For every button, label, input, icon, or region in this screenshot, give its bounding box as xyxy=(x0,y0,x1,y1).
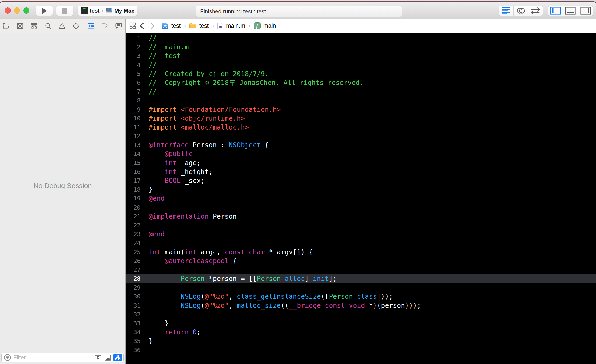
breadcrumb-item[interactable]: test xyxy=(171,22,181,29)
code-line[interactable]: 24 xyxy=(126,239,596,248)
code-line[interactable]: 2// main.m xyxy=(126,43,596,52)
line-number[interactable]: 2 xyxy=(126,43,141,52)
view-mode-hierarchy-button[interactable] xyxy=(113,354,122,361)
code-line[interactable]: 22 xyxy=(126,221,596,230)
code-line[interactable]: 11#import <malloc/malloc.h> xyxy=(126,123,596,132)
filter-input[interactable] xyxy=(13,354,94,361)
code-line[interactable]: 10#import <objc/runtime.h> xyxy=(126,114,596,123)
breadcrumb-item[interactable]: test xyxy=(199,22,209,29)
line-number[interactable]: 1 xyxy=(126,34,141,43)
navigator-tab-debug-active[interactable] xyxy=(87,23,94,29)
code-line[interactable]: 7// xyxy=(126,87,596,96)
go-forward-button[interactable] xyxy=(150,23,155,29)
code-line[interactable]: 4// xyxy=(126,61,596,69)
code-line[interactable]: 35} xyxy=(126,337,596,346)
navigator-tab-test[interactable] xyxy=(73,22,80,29)
line-number[interactable]: 6 xyxy=(126,78,141,87)
breadcrumb-item[interactable]: main.m xyxy=(226,22,245,29)
navigator-tab-report[interactable] xyxy=(115,23,122,29)
scheme-selector[interactable]: test › My Mac xyxy=(78,6,137,16)
toggle-debug-area-button[interactable] xyxy=(563,6,578,16)
line-number[interactable]: 13 xyxy=(126,141,141,149)
navigator-tab-project[interactable] xyxy=(3,23,10,29)
line-number[interactable]: 11 xyxy=(126,123,141,132)
line-number[interactable]: 20 xyxy=(126,203,141,212)
code-line[interactable]: 26 @autoreleasepool { xyxy=(126,257,596,266)
code-line[interactable]: 21@implementation Person xyxy=(126,212,596,221)
code-line[interactable]: 32 xyxy=(126,310,596,319)
code-line[interactable]: 13@interface Person : NSObject { xyxy=(126,141,596,149)
line-number[interactable]: 12 xyxy=(126,132,141,141)
version-editor-button[interactable] xyxy=(528,6,543,16)
stop-button[interactable] xyxy=(56,6,73,16)
code-line[interactable]: 17 BOOL _sex; xyxy=(126,176,596,185)
code-line[interactable]: 15 int _age; xyxy=(126,159,596,168)
toggle-utilities-button[interactable] xyxy=(578,6,593,16)
navigator-tab-find[interactable] xyxy=(45,23,51,29)
line-number[interactable]: 34 xyxy=(126,328,141,337)
related-items-icon[interactable] xyxy=(129,22,136,29)
line-number[interactable]: 5 xyxy=(126,69,141,78)
line-number[interactable]: 33 xyxy=(126,319,141,328)
minimize-window-button[interactable] xyxy=(14,7,20,14)
assistant-editor-button[interactable] xyxy=(513,6,528,16)
line-number[interactable]: 35 xyxy=(126,337,141,346)
breadcrumb-item[interactable]: main xyxy=(263,22,276,29)
navigator-tab-source-control[interactable] xyxy=(17,23,23,29)
navigator-tab-symbol[interactable] xyxy=(30,23,37,29)
line-number[interactable]: 4 xyxy=(126,61,141,69)
code-line[interactable]: 14 @public xyxy=(126,149,596,158)
code-line[interactable]: 29 xyxy=(126,283,596,292)
line-number[interactable]: 29 xyxy=(126,283,141,292)
line-number[interactable]: 14 xyxy=(126,149,141,158)
code-editor[interactable]: 1//2// main.m3// test4//5// Created by c… xyxy=(126,33,596,364)
code-line[interactable]: 9#import <Foundation/Foundation.h> xyxy=(126,105,596,114)
line-number[interactable]: 32 xyxy=(126,310,141,319)
code-line[interactable]: 33 } xyxy=(126,319,596,328)
line-number[interactable]: 24 xyxy=(126,239,141,248)
line-number[interactable]: 21 xyxy=(126,212,141,221)
code-line[interactable]: 3// test xyxy=(126,52,596,60)
code-line[interactable]: 23@end xyxy=(126,230,596,239)
line-number[interactable]: 18 xyxy=(126,185,141,194)
navigator-tab-breakpoint[interactable] xyxy=(101,23,108,29)
standard-editor-button[interactable] xyxy=(499,6,513,16)
line-number[interactable]: 30 xyxy=(126,292,141,301)
code-line[interactable]: 20 xyxy=(126,203,596,212)
code-line[interactable]: 6// Copyright © 2018 JonasChen. All righ… xyxy=(126,78,596,87)
line-number[interactable]: 36 xyxy=(126,346,141,355)
code-line[interactable]: 1// xyxy=(126,34,596,43)
toggle-navigator-button[interactable] xyxy=(548,6,563,16)
zoom-window-button[interactable] xyxy=(23,7,30,14)
view-mode-flat-button[interactable] xyxy=(94,354,103,361)
line-number[interactable]: 22 xyxy=(126,221,141,230)
view-mode-grouped-button[interactable] xyxy=(104,354,112,361)
line-number[interactable]: 8 xyxy=(126,96,141,105)
code-line[interactable]: 25int main(int argc, const char * argv[]… xyxy=(126,248,596,257)
line-number[interactable]: 26 xyxy=(126,257,141,266)
line-number[interactable]: 17 xyxy=(126,176,141,185)
line-number[interactable]: 23 xyxy=(126,230,141,239)
code-line[interactable]: 31 NSLog(@"%zd", malloc_size((__bridge c… xyxy=(126,301,596,310)
code-line[interactable]: 30 NSLog(@"%zd", class_getInstanceSize([… xyxy=(126,292,596,301)
code-line[interactable]: 34 return 0; xyxy=(126,328,596,337)
close-window-button[interactable] xyxy=(5,7,11,14)
navigator-tab-issue[interactable] xyxy=(59,23,66,29)
code-line[interactable]: 5// Created by cj on 2018/7/9. xyxy=(126,69,596,78)
line-number[interactable]: 10 xyxy=(126,114,141,123)
code-line[interactable]: 19@end xyxy=(126,194,596,203)
line-number[interactable]: 15 xyxy=(126,159,141,168)
line-number[interactable]: 19 xyxy=(126,194,141,203)
line-number[interactable]: 3 xyxy=(126,52,141,60)
line-number[interactable]: 27 xyxy=(126,266,141,275)
code-line[interactable]: 16 int _height; xyxy=(126,168,596,176)
code-line[interactable]: 28 Person *person = [[Person alloc] init… xyxy=(126,275,596,283)
line-number[interactable]: 28 xyxy=(126,275,141,283)
code-line[interactable]: 8 xyxy=(126,96,596,105)
line-number[interactable]: 31 xyxy=(126,301,141,310)
run-button[interactable] xyxy=(36,6,53,16)
go-back-button[interactable] xyxy=(140,23,144,29)
code-line[interactable]: 27 xyxy=(126,266,596,275)
line-number[interactable]: 7 xyxy=(126,87,141,96)
line-number[interactable]: 9 xyxy=(126,105,141,114)
